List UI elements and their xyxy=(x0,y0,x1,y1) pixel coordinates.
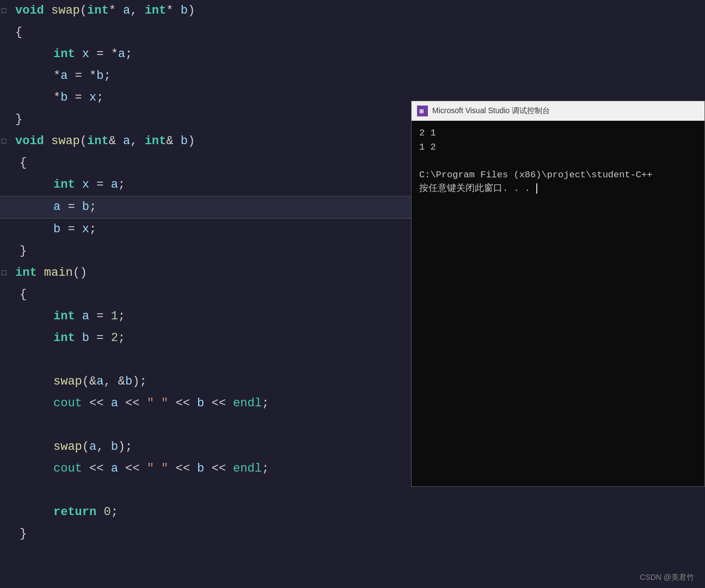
collapse-icon-1[interactable]: □ xyxy=(0,0,10,22)
code-line-25: } xyxy=(0,523,705,545)
svg-text:⊞: ⊞ xyxy=(419,108,424,114)
editor-container: □ void swap(int* a, int* b) { int x = *a… xyxy=(0,0,705,588)
line-content-3: int x = *a; xyxy=(10,44,132,65)
line-content-23 xyxy=(10,480,22,502)
line-content-10: a = b; xyxy=(10,196,96,218)
line-content-7: void swap(int& a, int& b) xyxy=(10,131,195,152)
line-content-6: } xyxy=(10,109,22,131)
line-content-12: } xyxy=(10,240,27,262)
code-line-2: { xyxy=(0,22,705,44)
console-title: Microsoft Visual Studio 调试控制台 xyxy=(432,106,550,116)
console-output-2: 1 2 xyxy=(419,140,697,154)
vs-icon: ⊞ xyxy=(417,106,428,116)
line-content-5: *b = x; xyxy=(10,87,103,109)
line-content-19: cout << a << " " << b << endl; xyxy=(10,393,269,414)
code-line-3: int x = *a; xyxy=(0,44,705,65)
line-content-22: cout << a << " " << b << endl; xyxy=(10,458,269,480)
line-content-20 xyxy=(10,414,22,436)
console-output-3 xyxy=(419,154,697,168)
line-content-17 xyxy=(10,349,22,371)
console-window: ⊞ Microsoft Visual Studio 调试控制台 2 1 1 2 … xyxy=(411,101,705,487)
console-titlebar: ⊞ Microsoft Visual Studio 调试控制台 xyxy=(412,101,704,121)
console-output-4: C:\Program Files (x86)\project\student-C… xyxy=(419,168,697,182)
line-content-25: } xyxy=(10,523,27,545)
line-content-21: swap(a, b); xyxy=(10,436,132,458)
line-content-8: { xyxy=(10,152,27,174)
line-content-4: *a = *b; xyxy=(10,65,111,87)
line-content-16: int b = 2; xyxy=(10,327,125,349)
line-content-9: int x = a; xyxy=(10,174,125,196)
line-content-13: int main() xyxy=(10,262,87,284)
line-content-15: int a = 1; xyxy=(10,306,125,327)
line-content-18: swap(&a, &b); xyxy=(10,371,147,393)
line-content-24: return 0; xyxy=(10,502,118,523)
line-content-1: void swap(int* a, int* b) xyxy=(10,0,195,22)
watermark: CSDN @美君竹 xyxy=(640,573,694,583)
code-line-24: return 0; xyxy=(0,502,705,523)
console-output-5: 按任意键关闭此窗口. . . xyxy=(419,182,697,196)
line-content-14: { xyxy=(10,284,27,306)
line-content-11: b = x; xyxy=(10,219,96,240)
console-body: 2 1 1 2 C:\Program Files (x86)\project\s… xyxy=(412,121,704,486)
code-line-1: □ void swap(int* a, int* b) xyxy=(0,0,705,22)
line-content-2: { xyxy=(10,22,22,44)
console-output-1: 2 1 xyxy=(419,126,697,140)
code-line-4: *a = *b; xyxy=(0,65,705,87)
collapse-icon-13[interactable]: □ xyxy=(0,262,10,284)
collapse-icon-7[interactable]: □ xyxy=(0,131,10,152)
